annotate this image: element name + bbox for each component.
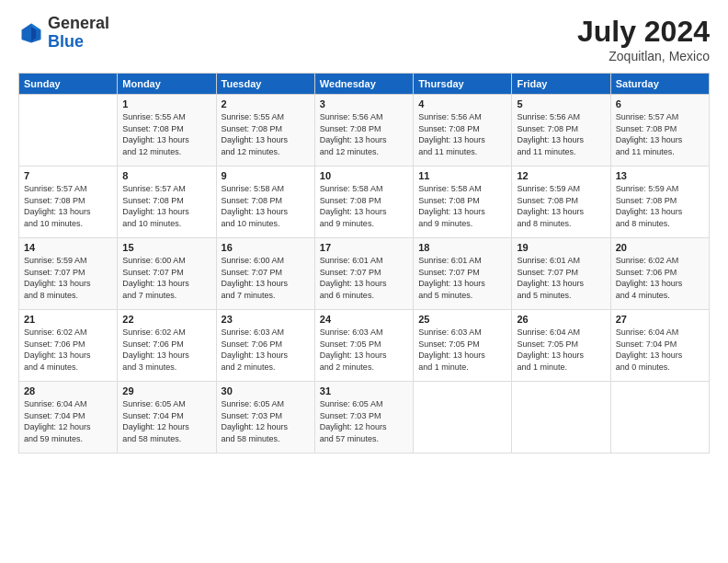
day-info: Sunrise: 5:59 AM Sunset: 7:07 PM Dayligh… — [24, 255, 112, 301]
day-info: Sunrise: 6:02 AM Sunset: 7:06 PM Dayligh… — [24, 327, 112, 373]
logo: General Blue — [18, 15, 109, 52]
day-info: Sunrise: 6:05 AM Sunset: 7:04 PM Dayligh… — [122, 398, 210, 444]
day-number: 10 — [320, 170, 408, 181]
day-number: 19 — [517, 242, 605, 253]
table-row: 11Sunrise: 5:58 AM Sunset: 7:08 PM Dayli… — [414, 167, 512, 238]
day-number: 1 — [122, 98, 210, 109]
day-info: Sunrise: 6:04 AM Sunset: 7:05 PM Dayligh… — [517, 327, 605, 373]
day-number: 30 — [222, 385, 310, 396]
day-number: 7 — [24, 170, 112, 181]
day-number: 12 — [517, 170, 605, 181]
column-header-thursday: Thursday — [414, 74, 512, 95]
table-row: 24Sunrise: 6:03 AM Sunset: 7:05 PM Dayli… — [314, 310, 413, 382]
day-info: Sunrise: 6:01 AM Sunset: 7:07 PM Dayligh… — [418, 255, 506, 301]
day-number: 17 — [320, 242, 408, 253]
title-block: July 2024 Zoquitlan, Mexico — [577, 15, 710, 63]
day-number: 13 — [616, 170, 704, 181]
day-number: 5 — [517, 98, 605, 109]
table-row: 29Sunrise: 6:05 AM Sunset: 7:04 PM Dayli… — [118, 382, 216, 454]
table-row: 23Sunrise: 6:03 AM Sunset: 7:06 PM Dayli… — [216, 310, 314, 382]
table-row: 27Sunrise: 6:04 AM Sunset: 7:04 PM Dayli… — [610, 310, 709, 382]
day-info: Sunrise: 6:05 AM Sunset: 7:03 PM Dayligh… — [320, 398, 408, 444]
table-row: 4Sunrise: 5:56 AM Sunset: 7:08 PM Daylig… — [414, 95, 512, 167]
page-subtitle: Zoquitlan, Mexico — [577, 49, 710, 63]
column-header-tuesday: Tuesday — [216, 74, 314, 95]
calendar-table: SundayMondayTuesdayWednesdayThursdayFrid… — [18, 73, 710, 454]
day-info: Sunrise: 6:02 AM Sunset: 7:06 PM Dayligh… — [616, 255, 704, 301]
day-number: 6 — [616, 98, 704, 109]
table-row: 15Sunrise: 6:00 AM Sunset: 7:07 PM Dayli… — [118, 238, 216, 310]
day-number: 16 — [222, 242, 310, 253]
day-number: 22 — [122, 314, 210, 325]
day-number: 29 — [122, 385, 210, 396]
day-info: Sunrise: 5:59 AM Sunset: 7:08 PM Dayligh… — [517, 183, 605, 229]
table-row: 14Sunrise: 5:59 AM Sunset: 7:07 PM Dayli… — [19, 238, 118, 310]
table-row: 25Sunrise: 6:03 AM Sunset: 7:05 PM Dayli… — [414, 310, 512, 382]
column-header-wednesday: Wednesday — [314, 74, 413, 95]
table-row — [610, 382, 709, 454]
page-header: General Blue July 2024 Zoquitlan, Mexico — [18, 15, 710, 63]
table-row: 8Sunrise: 5:57 AM Sunset: 7:08 PM Daylig… — [118, 167, 216, 238]
day-number: 21 — [24, 314, 112, 325]
day-number: 26 — [517, 314, 605, 325]
day-number: 25 — [418, 314, 506, 325]
logo-icon — [18, 20, 44, 46]
table-row: 28Sunrise: 6:04 AM Sunset: 7:04 PM Dayli… — [19, 382, 118, 454]
day-info: Sunrise: 6:00 AM Sunset: 7:07 PM Dayligh… — [222, 255, 310, 301]
table-row: 7Sunrise: 5:57 AM Sunset: 7:08 PM Daylig… — [19, 167, 118, 238]
column-header-saturday: Saturday — [610, 74, 709, 95]
day-number: 24 — [320, 314, 408, 325]
day-number: 9 — [222, 170, 310, 181]
day-number: 27 — [616, 314, 704, 325]
logo-text: General Blue — [48, 15, 109, 52]
table-row: 22Sunrise: 6:02 AM Sunset: 7:06 PM Dayli… — [118, 310, 216, 382]
table-row: 10Sunrise: 5:58 AM Sunset: 7:08 PM Dayli… — [314, 167, 413, 238]
table-row — [512, 382, 610, 454]
day-number: 2 — [222, 98, 310, 109]
day-number: 11 — [418, 170, 506, 181]
day-number: 3 — [320, 98, 408, 109]
day-info: Sunrise: 6:04 AM Sunset: 7:04 PM Dayligh… — [24, 398, 112, 444]
table-row: 31Sunrise: 6:05 AM Sunset: 7:03 PM Dayli… — [314, 382, 413, 454]
table-row: 1Sunrise: 5:55 AM Sunset: 7:08 PM Daylig… — [118, 95, 216, 167]
table-row — [414, 382, 512, 454]
day-info: Sunrise: 6:05 AM Sunset: 7:03 PM Dayligh… — [222, 398, 310, 444]
column-header-friday: Friday — [512, 74, 610, 95]
table-row: 17Sunrise: 6:01 AM Sunset: 7:07 PM Dayli… — [314, 238, 413, 310]
table-row: 12Sunrise: 5:59 AM Sunset: 7:08 PM Dayli… — [512, 167, 610, 238]
day-info: Sunrise: 5:58 AM Sunset: 7:08 PM Dayligh… — [418, 183, 506, 229]
table-row: 18Sunrise: 6:01 AM Sunset: 7:07 PM Dayli… — [414, 238, 512, 310]
day-number: 31 — [320, 385, 408, 396]
day-info: Sunrise: 5:56 AM Sunset: 7:08 PM Dayligh… — [517, 111, 605, 157]
day-info: Sunrise: 5:57 AM Sunset: 7:08 PM Dayligh… — [24, 183, 112, 229]
day-info: Sunrise: 6:02 AM Sunset: 7:06 PM Dayligh… — [122, 327, 210, 373]
table-row: 19Sunrise: 6:01 AM Sunset: 7:07 PM Dayli… — [512, 238, 610, 310]
table-row: 3Sunrise: 5:56 AM Sunset: 7:08 PM Daylig… — [314, 95, 413, 167]
day-number: 4 — [418, 98, 506, 109]
day-info: Sunrise: 6:04 AM Sunset: 7:04 PM Dayligh… — [616, 327, 704, 373]
day-number: 8 — [122, 170, 210, 181]
table-row — [19, 95, 118, 167]
day-info: Sunrise: 6:01 AM Sunset: 7:07 PM Dayligh… — [320, 255, 408, 301]
day-info: Sunrise: 5:58 AM Sunset: 7:08 PM Dayligh… — [320, 183, 408, 229]
day-info: Sunrise: 6:03 AM Sunset: 7:06 PM Dayligh… — [222, 327, 310, 373]
table-row: 5Sunrise: 5:56 AM Sunset: 7:08 PM Daylig… — [512, 95, 610, 167]
day-info: Sunrise: 5:59 AM Sunset: 7:08 PM Dayligh… — [616, 183, 704, 229]
day-info: Sunrise: 6:00 AM Sunset: 7:07 PM Dayligh… — [122, 255, 210, 301]
table-row: 6Sunrise: 5:57 AM Sunset: 7:08 PM Daylig… — [610, 95, 709, 167]
day-number: 15 — [122, 242, 210, 253]
table-row: 16Sunrise: 6:00 AM Sunset: 7:07 PM Dayli… — [216, 238, 314, 310]
table-row: 9Sunrise: 5:58 AM Sunset: 7:08 PM Daylig… — [216, 167, 314, 238]
day-info: Sunrise: 5:55 AM Sunset: 7:08 PM Dayligh… — [122, 111, 210, 157]
day-info: Sunrise: 5:55 AM Sunset: 7:08 PM Dayligh… — [222, 111, 310, 157]
day-number: 23 — [222, 314, 310, 325]
day-number: 28 — [24, 385, 112, 396]
day-number: 14 — [24, 242, 112, 253]
page-title: July 2024 — [577, 15, 710, 49]
day-number: 20 — [616, 242, 704, 253]
column-header-monday: Monday — [118, 74, 216, 95]
table-row: 21Sunrise: 6:02 AM Sunset: 7:06 PM Dayli… — [19, 310, 118, 382]
day-info: Sunrise: 5:56 AM Sunset: 7:08 PM Dayligh… — [320, 111, 408, 157]
table-row: 26Sunrise: 6:04 AM Sunset: 7:05 PM Dayli… — [512, 310, 610, 382]
column-header-sunday: Sunday — [19, 74, 118, 95]
